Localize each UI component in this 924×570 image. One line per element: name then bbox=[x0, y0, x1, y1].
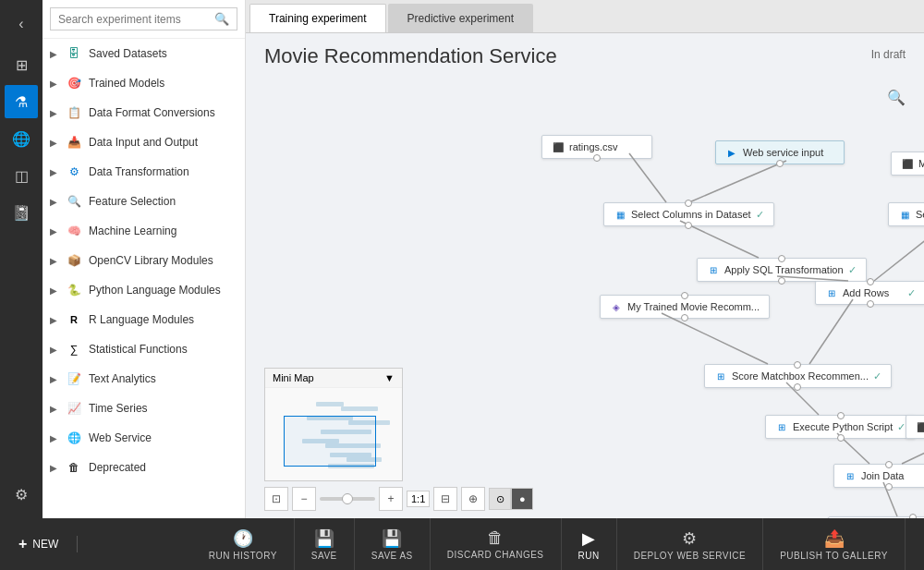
sidebar-item-time-series[interactable]: ▶ 📈 Time Series bbox=[43, 394, 245, 423]
experiment-icon[interactable]: ⚗ bbox=[5, 85, 38, 118]
node-label: Join Data bbox=[861, 470, 904, 481]
fit-view-button[interactable]: ⊡ bbox=[264, 487, 288, 511]
tab-training[interactable]: Training experiment bbox=[249, 4, 386, 32]
time-series-icon: 📈 bbox=[65, 399, 83, 418]
notebook-icon[interactable]: 📓 bbox=[5, 196, 38, 229]
canvas-search-icon[interactable]: 🔍 bbox=[887, 89, 906, 106]
zoom-handle[interactable] bbox=[342, 493, 353, 504]
zoom-out-button[interactable]: − bbox=[292, 487, 316, 511]
left-panel: 🔍 ▶ 🗄 Saved Datasets ▶ 🎯 Trained Models … bbox=[43, 0, 246, 518]
run-history-label: RUN HISTORY bbox=[209, 551, 277, 561]
sidebar-item-trained-models[interactable]: ▶ 🎯 Trained Models bbox=[43, 68, 245, 98]
svg-line-6 bbox=[662, 313, 768, 364]
node-output-connector bbox=[776, 160, 784, 167]
sidebar-item-label: Saved Datasets bbox=[89, 47, 167, 60]
mini-map-dropdown-icon[interactable]: ▼ bbox=[384, 372, 395, 383]
svg-line-7 bbox=[809, 299, 853, 364]
node-output-connector bbox=[885, 483, 893, 491]
page-title: Movie Recommendation Service bbox=[264, 44, 557, 68]
sidebar-item-machine-learning[interactable]: ▶ 🧠 Machine Learning bbox=[43, 216, 245, 246]
web-service-icon: 🌐 bbox=[65, 429, 83, 447]
sidebar-item-data-input[interactable]: ▶ 📥 Data Input and Output bbox=[43, 127, 245, 157]
node-web-service-input[interactable]: ▶ Web service input bbox=[715, 140, 845, 164]
node-ratings-csv[interactable]: ⬛ ratings.csv bbox=[541, 135, 652, 159]
sidebar-item-opencv[interactable]: ▶ 📦 OpenCV Library Modules bbox=[43, 246, 245, 275]
search-input[interactable] bbox=[58, 13, 211, 26]
node-input-connector bbox=[885, 461, 893, 468]
sidebar-item-feature-selection[interactable]: ▶ 🔍 Feature Selection bbox=[43, 187, 245, 216]
deploy-icon: ⚙ bbox=[682, 528, 697, 549]
sidebar-item-saved-datasets[interactable]: ▶ 🗄 Saved Datasets bbox=[43, 39, 245, 68]
node-apply-sql[interactable]: ⊞ Apply SQL Transformation ✓ bbox=[697, 258, 867, 282]
trained-models-icon: 🎯 bbox=[65, 74, 83, 92]
node-select-cols-2[interactable]: ▦ Select Columns in Dataset ✓ bbox=[888, 202, 924, 226]
node-movie-ratings[interactable]: ⬛ Movie Ratings bbox=[891, 152, 924, 176]
node-icon: ⊞ bbox=[825, 286, 838, 299]
panel-items: ▶ 🗄 Saved Datasets ▶ 🎯 Trained Models ▶ … bbox=[43, 39, 245, 518]
sidebar-item-data-format[interactable]: ▶ 📋 Data Format Conversions bbox=[43, 98, 245, 127]
sidebar-item-label: Machine Learning bbox=[89, 224, 176, 237]
hand-mode-button[interactable]: ● bbox=[511, 488, 533, 510]
pointer-mode-button[interactable]: ⊙ bbox=[489, 488, 511, 510]
node-label: Apply SQL Transformation bbox=[724, 264, 844, 275]
sidebar-item-text-analytics[interactable]: ▶ 📝 Text Analytics bbox=[43, 364, 245, 394]
deprecated-icon: 🗑 bbox=[65, 458, 83, 477]
node-imdb-titles[interactable]: ⬛ IMDB Movie Titles bbox=[906, 415, 924, 439]
mode-toggle: ⊙ ● bbox=[489, 488, 533, 510]
zoom-in-button[interactable]: + bbox=[379, 487, 403, 511]
node-apply-sql-2[interactable]: ⊞ Apply SQL Transformation ✓ bbox=[828, 516, 924, 518]
save-as-label: SAVE AS bbox=[371, 551, 413, 561]
node-label: Select Columns in Dataset bbox=[916, 209, 924, 220]
r-lang-icon: R bbox=[65, 310, 83, 329]
discard-label: DISCARD CHANGES bbox=[447, 550, 544, 560]
collapse-button[interactable]: ‹ bbox=[5, 7, 38, 41]
fit-width-button[interactable]: ⊟ bbox=[433, 487, 457, 511]
sidebar-item-data-transform[interactable]: ▶ ⚙ Data Transformation bbox=[43, 157, 245, 187]
sidebar-item-label: Deprecated bbox=[89, 461, 146, 474]
arrow-icon: ▶ bbox=[50, 108, 57, 118]
node-input-connector bbox=[867, 278, 874, 285]
search-icon: 🔍 bbox=[214, 12, 229, 26]
node-score-matchbox[interactable]: ⊞ Score Matchbox Recommen... ✓ bbox=[704, 364, 892, 388]
arrow-icon: ▶ bbox=[50, 345, 57, 355]
data-transform-icon: ⚙ bbox=[65, 163, 83, 181]
save-as-button[interactable]: 💾 SAVE AS bbox=[355, 518, 431, 570]
node-select-cols-1[interactable]: ▦ Select Columns in Dataset ✓ bbox=[603, 202, 774, 226]
save-button[interactable]: 💾 SAVE bbox=[295, 518, 355, 570]
deploy-web-button[interactable]: ⚙ DEPLOY WEB SERVICE bbox=[617, 518, 763, 570]
arrow-icon: ▶ bbox=[50, 79, 57, 89]
bottom-bar: + NEW 🕐 RUN HISTORY 💾 SAVE 💾 SAVE AS 🗑 D… bbox=[0, 518, 924, 570]
node-label: Execute Python Script bbox=[793, 421, 893, 432]
node-join-data[interactable]: ⊞ Join Data ✓ bbox=[833, 464, 924, 488]
sidebar-item-label: Text Analytics bbox=[89, 372, 156, 385]
sidebar-item-python[interactable]: ▶ 🐍 Python Language Modules bbox=[43, 275, 245, 305]
discard-button[interactable]: 🗑 DISCARD CHANGES bbox=[431, 518, 562, 570]
mini-map-label: Mini Map bbox=[273, 372, 314, 383]
node-input-connector bbox=[778, 255, 785, 262]
node-output-connector bbox=[681, 314, 688, 321]
tab-predictive[interactable]: Predictive experiment bbox=[388, 4, 533, 32]
new-button[interactable]: + NEW bbox=[18, 536, 78, 552]
saved-datasets-icon: 🗄 bbox=[65, 44, 83, 63]
run-button[interactable]: ▶ RUN bbox=[562, 518, 617, 570]
node-add-rows[interactable]: ⊞ Add Rows ✓ bbox=[815, 281, 924, 305]
node-output-connector bbox=[837, 434, 845, 442]
zoom-slider[interactable] bbox=[320, 497, 375, 501]
sidebar-item-statistical[interactable]: ▶ ∑ Statistical Functions bbox=[43, 334, 245, 364]
node-icon: ⬛ bbox=[916, 420, 924, 433]
sidebar-item-web-service[interactable]: ▶ 🌐 Web Service bbox=[43, 423, 245, 453]
node-label: ratings.csv bbox=[569, 141, 618, 152]
canvas-area[interactable]: Movie Recommendation Service In draft 🔍 bbox=[246, 33, 924, 518]
run-history-button[interactable]: 🕐 RUN HISTORY bbox=[192, 518, 295, 570]
data-icon[interactable]: ◫ bbox=[5, 159, 38, 192]
center-button[interactable]: ⊕ bbox=[461, 487, 485, 511]
globe-icon[interactable]: 🌐 bbox=[5, 122, 38, 155]
settings-icon[interactable]: ⚙ bbox=[5, 478, 38, 511]
check-icon: ✓ bbox=[873, 370, 881, 382]
sidebar-item-r-lang[interactable]: ▶ R R Language Modules bbox=[43, 305, 245, 334]
home-icon[interactable]: ⊞ bbox=[5, 48, 38, 81]
publish-button[interactable]: 📤 PUBLISH TO GALLERY bbox=[763, 518, 906, 570]
sidebar-item-deprecated[interactable]: ▶ 🗑 Deprecated bbox=[43, 453, 245, 482]
node-execute-python[interactable]: ⊞ Execute Python Script ✓ bbox=[765, 415, 916, 439]
node-my-trained[interactable]: ◈ My Trained Movie Recomm... bbox=[600, 295, 770, 319]
